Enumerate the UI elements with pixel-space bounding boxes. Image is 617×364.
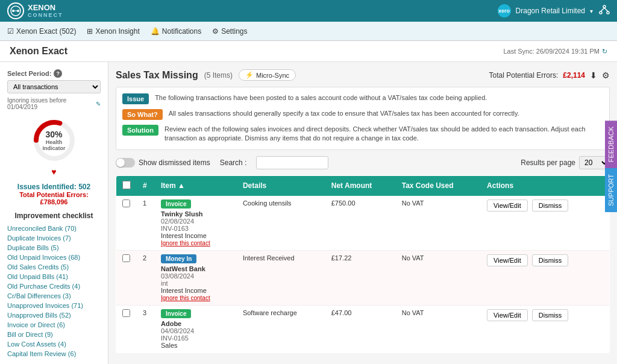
row-net-amount: £47.00	[325, 305, 396, 353]
nav-xenon-insight[interactable]: ⊞ Xenon Insight	[87, 27, 139, 36]
col-details: Details	[237, 175, 325, 196]
company-dropdown-arrow[interactable]: ▾	[590, 8, 593, 14]
select-period-label: Select Period: ?	[7, 69, 101, 78]
row-num: 1	[137, 196, 155, 251]
company-name[interactable]: Dragon Retail Limited	[516, 7, 585, 15]
dismiss-button[interactable]: Dismiss	[532, 254, 569, 266]
nav-settings[interactable]: ⚙ Settings	[212, 27, 247, 36]
xero-badge: xero	[498, 4, 511, 17]
row-checkbox[interactable]	[122, 254, 130, 262]
refresh-icon[interactable]: ↻	[602, 48, 607, 55]
settings-icon[interactable]: ⚙	[602, 71, 610, 80]
heart-icon: ♥	[51, 167, 56, 177]
info-text: All sales transactions should generally …	[169, 109, 519, 118]
issues-identified[interactable]: Issues Identified: 502	[7, 183, 101, 191]
second-nav: ☑ Xenon Exact (502) ⊞ Xenon Insight 🔔 No…	[0, 22, 617, 41]
checklist-title: Improvement checklist	[7, 212, 101, 220]
info-text: The following transactions have been pos…	[155, 93, 487, 102]
checklist-item[interactable]: Low Cost Assets (4)	[7, 339, 101, 349]
page-header: Xenon Exact Last Sync: 26/09/2024 19:31 …	[0, 41, 617, 62]
row-tax-code: No VAT	[396, 305, 481, 353]
row-item: Invoice Adobe 04/08/2024 INV-0165 Sales	[155, 305, 237, 353]
edit-icon[interactable]: ✎	[96, 101, 101, 107]
view-edit-button[interactable]: View/Edit	[487, 199, 528, 212]
info-rows-container: Issue The following transactions have be…	[122, 93, 603, 143]
row-actions: View/Edit Dismiss	[481, 250, 609, 305]
download-icon[interactable]: ⬇	[590, 71, 597, 80]
show-dismissed-label: Show dismissed items	[139, 158, 210, 167]
nav-xenon-exact[interactable]: ☑ Xenon Exact (502)	[7, 27, 76, 36]
dismiss-button[interactable]: Dismiss	[532, 199, 569, 212]
table-row: 1 Invoice Twinky Slush 02/08/2024 INV-01…	[116, 196, 610, 251]
checklist-item[interactable]: Invoice or Direct (6)	[7, 320, 101, 330]
row-checkbox[interactable]	[122, 309, 130, 317]
micro-sync-button[interactable]: ⚡ Micro-Sync	[239, 69, 296, 81]
main-layout: Select Period: ? All transactions Ignori…	[0, 62, 617, 364]
checklist-item[interactable]: Duplicate Invoices (7)	[7, 233, 101, 243]
info-row: Solution Review each of the following sa…	[122, 125, 603, 143]
sidebar: Select Period: ? All transactions Ignori…	[0, 62, 108, 364]
checklist-item[interactable]: Old Purchase Credits (4)	[7, 281, 101, 291]
data-table: # Item ▲ Details Net Amount Tax Code Use…	[116, 175, 610, 353]
controls-row: Show dismissed items Search : Results pe…	[116, 156, 610, 169]
main-content: Sales Tax Missing (5 Items) ⚡ Micro-Sync…	[108, 62, 617, 364]
col-num: #	[137, 175, 155, 196]
ignore-contact-link[interactable]: Ignore this contact	[161, 295, 210, 301]
view-edit-button[interactable]: View/Edit	[487, 254, 528, 266]
checklist-item[interactable]: Duplicate Bills (5)	[7, 243, 101, 253]
checklist-item[interactable]: Capital Item Review (6)	[7, 349, 101, 359]
feedback-tab[interactable]: FEEDBACK	[605, 121, 617, 168]
checklist-item[interactable]: Old Unpaid Bills (41)	[7, 272, 101, 281]
row-tax-code: No VAT	[396, 250, 481, 305]
row-item: Money In NatWest Bank 03/08/2024 int Int…	[155, 250, 237, 305]
col-tax-code: Tax Code Used	[396, 175, 481, 196]
health-wheel: 30% Health Indicator ♥	[7, 116, 101, 177]
row-net-amount: £17.22	[325, 250, 396, 305]
checklist-item[interactable]: Unreconciled Bank (70)	[7, 224, 101, 233]
support-tab[interactable]: SUPPORT	[605, 168, 617, 212]
col-actions: Actions	[481, 175, 609, 196]
search-input[interactable]	[256, 156, 328, 169]
col-item[interactable]: Item ▲	[155, 175, 237, 196]
svg-point-5	[600, 11, 602, 14]
period-select[interactable]: All transactions	[7, 80, 101, 93]
logo-text: XENON CONNECT	[28, 4, 63, 18]
checklist-item[interactable]: Unapproved Invoices (71)	[7, 301, 101, 310]
page-title: Xenon Exact	[10, 46, 67, 57]
ignore-contact-link[interactable]: Ignore this contact	[161, 240, 210, 246]
checklist-container: Unreconciled Bank (70)Duplicate Invoices…	[7, 224, 101, 359]
nav-notifications[interactable]: 🔔 Notifications	[151, 27, 201, 36]
info-badge: Issue	[122, 93, 149, 104]
row-checkbox-cell	[116, 305, 137, 353]
checklist-item[interactable]: Old Unpaid Invoices (68)	[7, 253, 101, 262]
search-label: Search :	[220, 158, 247, 167]
bell-icon: 🔔	[151, 27, 160, 36]
item-name: NatWest Bank	[161, 265, 205, 272]
help-icon[interactable]: ?	[54, 69, 62, 78]
show-dismissed-toggle[interactable]	[116, 158, 135, 168]
nav-xenon-insight-label: Xenon Insight	[95, 27, 139, 36]
network-icon[interactable]	[599, 4, 610, 17]
svg-line-7	[601, 8, 604, 11]
dismiss-button[interactable]: Dismiss	[532, 309, 569, 321]
checklist-item[interactable]: Old Sales Credits (5)	[7, 262, 101, 272]
view-edit-button[interactable]: View/Edit	[487, 309, 528, 321]
lightning-icon: ⚡	[245, 71, 254, 79]
wheel-container: 30% Health Indicator	[30, 116, 78, 165]
toggle-label: Show dismissed items	[116, 158, 210, 168]
checkbox-icon: ☑	[7, 27, 14, 36]
item-name: Twinky Slush	[161, 210, 202, 218]
row-actions: View/Edit Dismiss	[481, 196, 609, 251]
total-amount: £2,114	[563, 71, 585, 80]
row-checkbox[interactable]	[122, 199, 130, 207]
top-nav: XENON CONNECT xero Dragon Retail Limited…	[0, 0, 617, 22]
item-name: Adobe	[161, 320, 181, 327]
row-details: Cooking utensils	[237, 196, 325, 251]
checklist-item[interactable]: Unapproved Bills (52)	[7, 310, 101, 320]
checklist-item[interactable]: Cr/Bal Differences (3)	[7, 291, 101, 301]
info-row: So What? All sales transactions should g…	[122, 109, 603, 120]
checklist-item[interactable]: Bill or Direct (9)	[7, 330, 101, 339]
item-type-badge: Invoice	[161, 199, 191, 209]
item-category: Sales	[161, 342, 178, 349]
select-all-checkbox[interactable]	[122, 181, 131, 189]
